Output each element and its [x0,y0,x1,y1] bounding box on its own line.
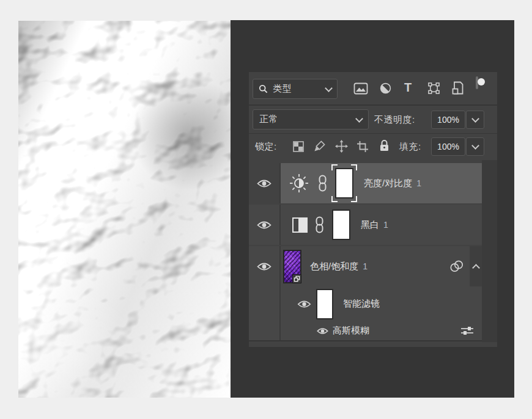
chevron-down-icon [355,115,363,123]
text-filter-icon[interactable]: T [404,81,412,95]
chevron-up-icon [472,264,480,272]
search-icon [259,84,268,93]
photoshop-screenshot: 类型 T 正常 [0,0,532,419]
opacity-input[interactable]: 100% [431,111,465,129]
mask-selection-frame [331,164,357,202]
fill-value: 100% [437,142,459,151]
fill-label: 填充: [399,141,421,153]
smart-filters-label: 智能滤镜 [343,298,380,310]
smart-filters-badge-icon [449,260,465,273]
visibility-toggle[interactable] [249,205,281,245]
toggle-knob-icon [478,78,485,86]
lock-fill-row: 锁定: 填充: 100% [249,134,497,160]
blend-opacity-row: 正常 不透明度: 100% [249,106,497,133]
fill-input[interactable]: 100% [431,137,465,156]
smart-object-badge-icon [292,274,301,283]
filter-type-label: 类型 [273,83,292,95]
layer-name[interactable]: 亮度/对比度 [364,178,412,189]
smart-filters-row[interactable]: 智能滤镜 [249,286,482,321]
black-white-adjustment-icon [292,217,308,233]
eye-icon [257,179,272,188]
layer-number: 1 [383,220,388,230]
filter-type-dropdown[interactable]: 类型 [253,79,338,99]
chevron-down-icon [471,115,479,123]
silk-shading [18,21,231,398]
blend-mode-value: 正常 [259,114,278,125]
visibility-toggle[interactable] [249,163,281,203]
layer-mask-thumbnail[interactable] [335,168,353,199]
filtering-toggle[interactable] [476,76,478,89]
divider [249,340,482,341]
layers-list: 亮度/对比度 1 黑白 1 [249,160,497,342]
fill-dropdown-button[interactable] [466,137,484,156]
scrollbar-track[interactable] [482,160,497,342]
eye-column-spacer [249,286,281,321]
lock-label: 锁定: [255,141,277,153]
layer-row-hue-saturation[interactable]: 色相/饱和度 1 [249,246,482,286]
image-filter-icon[interactable] [353,82,368,95]
brightness-contrast-icon [289,173,309,194]
visibility-toggle[interactable] [297,300,311,308]
layer-number: 1 [416,178,421,188]
eye-icon [257,262,272,271]
collapse-smart-filters-button[interactable] [470,246,482,286]
filter-blending-options-icon[interactable] [460,326,474,335]
lock-transparency-icon[interactable] [293,141,304,152]
shape-filter-icon[interactable] [427,82,440,95]
layer-mask-thumbnail[interactable] [332,210,350,240]
opacity-value: 100% [437,115,459,125]
chevron-down-icon [325,84,333,92]
document-canvas-image [18,21,231,398]
eye-icon [317,327,328,335]
eye-icon [297,300,311,308]
lock-artboard-icon[interactable] [357,140,369,153]
smart-object-thumbnail[interactable] [283,250,301,283]
layer-name[interactable]: 黑白 [361,219,379,231]
blend-mode-dropdown[interactable]: 正常 [253,109,369,129]
lock-pixels-icon[interactable] [314,140,325,152]
layer-number: 1 [363,261,368,271]
layer-name[interactable]: 色相/饱和度 [310,261,358,272]
filter-mask-thumbnail[interactable] [316,289,333,319]
mask-link-icon[interactable] [315,216,324,233]
eye-icon [257,220,272,230]
smart-object-filter-icon[interactable] [452,81,464,95]
opacity-dropdown-button[interactable] [466,111,484,129]
visibility-toggle[interactable] [249,246,281,286]
filter-name[interactable]: 高斯模糊 [333,325,369,337]
chevron-down-icon [471,142,479,150]
layer-row-black-white[interactable]: 黑白 1 [249,205,482,245]
lock-position-icon[interactable] [335,140,348,153]
layer-filter-bar: 类型 T [249,72,497,104]
visibility-toggle[interactable] [317,327,328,335]
layer-row-brightness-contrast[interactable]: 亮度/对比度 1 [249,163,482,203]
opacity-label: 不透明度: [374,114,415,126]
eye-column-spacer [249,321,281,340]
mask-link-icon[interactable] [318,175,327,192]
adjustment-filter-icon[interactable] [379,82,392,95]
lock-all-icon[interactable] [379,139,390,152]
gaussian-blur-filter-row[interactable]: 高斯模糊 [249,321,482,340]
layers-panel: 类型 T 正常 [249,72,497,347]
